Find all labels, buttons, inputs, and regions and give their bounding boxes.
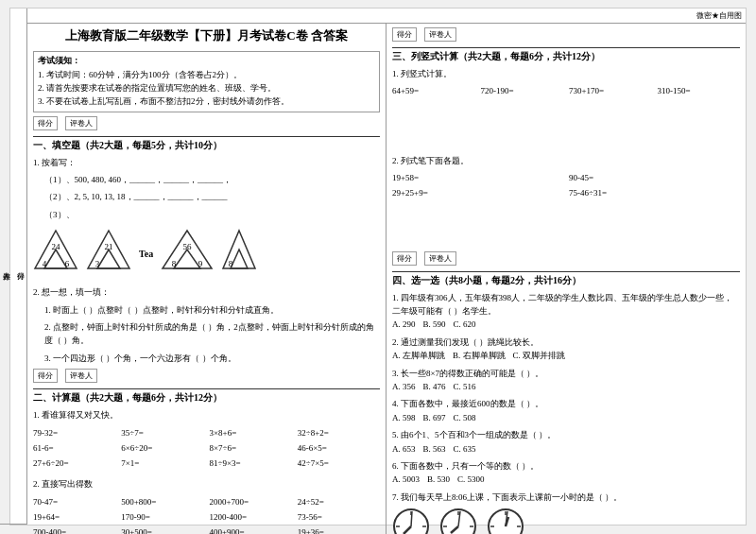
svg-text:4: 4 <box>43 259 47 268</box>
q2-opt-c: C. 双脚并排跳 <box>513 349 566 362</box>
score-label-2: 得分 <box>33 369 58 383</box>
vc-r1c2: 720-190= <box>481 84 564 98</box>
calc-r3c2: 7×1= <box>121 456 203 471</box>
choice-q5-options: A. 653 B. 563 C. 635 <box>392 442 740 456</box>
score-label-r1: 得分 <box>392 27 417 42</box>
svg-text:21: 21 <box>105 242 113 251</box>
score-label-1: 得分 <box>33 116 58 130</box>
calc-r1c4: 32÷8+2= <box>298 426 380 440</box>
opt-a: A. 290 <box>392 318 416 331</box>
banner-text: 微密★自用图 <box>696 11 742 20</box>
score-row-2: 得分 评卷人 <box>33 369 380 383</box>
svg-text:8: 8 <box>172 259 177 268</box>
score-row-1: 得分 评卷人 <box>33 116 380 130</box>
choice-q3-text: 3. 长一些8×7的得数正确的可能是（ ）。 <box>392 367 740 380</box>
clock-a-container: A <box>392 508 430 534</box>
choice-q6: 6. 下面各数中，只有一个等的数（ ）。 A. 5003 B. 530 C. 5… <box>392 459 740 487</box>
svg-marker-1 <box>44 250 67 268</box>
q3-opt-a: A. 356 <box>392 380 416 393</box>
clock-b-container: B <box>439 508 477 534</box>
work-space-1 <box>392 122 740 150</box>
q2-item3: 3. 一个四边形（ ）个角，一个六边形有（ ）个角。 <box>33 352 380 365</box>
choice-q7: 7. 我们每天早上8:06上课，下面表示上课前一小时的是（ ）。 <box>392 491 740 534</box>
vc-q2-label: 2. 列式笔下面各题。 <box>392 154 740 167</box>
q6-opt-c: C. 5300 <box>457 473 485 486</box>
svg-marker-15 <box>231 250 248 268</box>
fill-blank-header: 一、填空题（共2大题，每题5分，共计10分） <box>33 136 380 152</box>
calc-header: 二、计算题（共2大题，每题6分，共计12分） <box>33 388 380 405</box>
triangle-group-2: 21 3 <box>86 229 131 278</box>
vc-q2c: 29+25+9= <box>392 186 563 200</box>
svg-marker-6 <box>97 250 120 268</box>
top-banner: 微密★自用图 <box>27 9 746 24</box>
choice-q1-options: A. 290 B. 590 C. 620 <box>392 318 740 331</box>
svg-text:24: 24 <box>52 242 61 251</box>
vertical-calc-header: 三、列竖式计算（共2大题，每题6分，共计12分） <box>392 47 740 63</box>
calc-r2c1: 61-6= <box>33 441 115 456</box>
calc-r2c2: 6×6÷20= <box>121 441 203 456</box>
choice-q4-options: A. 598 B. 697 C. 508 <box>392 411 740 424</box>
vc-q2a: 19+58= <box>392 171 563 185</box>
q2-opt-a: A. 左脚单脚跳 <box>392 349 445 362</box>
choice-q6-options: A. 5003 B. 530 C. 5300 <box>392 473 740 486</box>
choice-q3-options: A. 356 B. 476 C. 516 <box>392 380 740 393</box>
page-container: 得分 评卷人 姓名： 班级： 学校： 学号（班级） 微密★自用图 上海教育版二年… <box>9 8 747 525</box>
notes-title: 考试须知： <box>38 55 375 68</box>
paper-title: 上海教育版二年级数学【下册】月考试卷C卷 含答案 <box>33 27 380 44</box>
q1-label: 1. 按着写： <box>33 156 380 169</box>
calc-q1-grid: 79-32= 35÷7= 3×8+6= 32÷8+2= 61-6= 6×6÷20… <box>33 426 380 472</box>
reviewer-label-r1: 评卷人 <box>424 27 456 42</box>
q2-label: 2. 想一想，填一填： <box>33 285 380 299</box>
opt-c: C. 620 <box>454 318 476 331</box>
calc-q1-label: 1. 看谁算得又对又快。 <box>33 408 380 422</box>
q3-opt-c: C. 516 <box>454 380 476 393</box>
choice-q1: 1. 四年级有306人，五年级有398人，二年级的学生人数比四、五年级的学生总人… <box>392 291 740 332</box>
opt-b: B. 590 <box>423 318 446 331</box>
triangle-group-3: 56 8 9 <box>161 229 214 278</box>
q2r3c3: 400+900= <box>210 525 292 534</box>
vc-q2b: 90-45= <box>569 171 740 185</box>
vc-q2-grid: 19+58= 90-45= 29+25+9= 75-46÷31= <box>392 171 740 201</box>
q2r2c1: 19+64= <box>33 510 115 525</box>
choice-q5: 5. 由6个1、5个百和3个一组成的数是（ ）。 A. 653 B. 563 C… <box>392 428 740 456</box>
q2r1c3: 2000+700= <box>210 495 292 509</box>
content-body: 上海教育版二年级数学【下册】月考试卷C卷 含答案 考试须知： 1. 考试时间：6… <box>27 24 746 534</box>
q2-item2: 2. 点整时，钟面上时针和分针所成的角是（ ）角，2点整时，钟面上时针和分针所成… <box>33 320 380 348</box>
clock-c-container: C <box>487 508 524 534</box>
clock-c <box>487 508 524 534</box>
q1-sub3: （3）、 <box>33 208 380 221</box>
reviewer-label-r2: 评卷人 <box>424 251 456 266</box>
triangle-row: 24 4 6 21 3 Tea <box>33 229 380 278</box>
svg-text:3: 3 <box>95 259 100 268</box>
q2r3c1: 700-400= <box>33 525 115 534</box>
choice-q6-text: 6. 下面各数中，只有一个等的数（ ）。 <box>392 459 740 473</box>
vc-r1c1: 64+59= <box>392 84 475 98</box>
calc-r3c4: 42÷7×5= <box>298 456 380 471</box>
q2-item1: 1. 时面上（ ）点整时（ ）点整时，时针和分针和分针成直角。 <box>33 303 380 317</box>
note-1: 1. 考试时间：60分钟，满分为100分（含答卷占2分）。 <box>38 68 375 81</box>
q2r2c2: 170-90= <box>121 510 203 525</box>
q4-opt-c: C. 508 <box>454 411 476 424</box>
q2r2c3: 1200-400= <box>210 510 292 525</box>
calc-r1c1: 79-32= <box>33 426 115 440</box>
svg-text:9: 9 <box>198 259 203 268</box>
svg-text:56: 56 <box>183 242 193 251</box>
triangle-group-1: 24 4 6 <box>33 229 78 278</box>
q5-opt-a: A. 653 <box>392 442 416 456</box>
q2r3c2: 30+500= <box>121 525 203 534</box>
calc-r3c1: 27+6÷20= <box>33 456 115 471</box>
score-row-right-2: 得分 评卷人 <box>392 251 740 266</box>
clock-b <box>439 508 477 534</box>
notes-box: 考试须知： 1. 考试时间：60分钟，满分为100分（含答卷占2分）。 2. 请… <box>33 51 380 112</box>
q2-opt-b: B. 右脚单脚跳 <box>453 349 506 362</box>
q3-opt-b: B. 476 <box>423 380 446 393</box>
calc-q2-grid: 70-47= 500+800= 2000+700= 24÷52= 19+64= … <box>33 495 380 534</box>
score-row-right-1: 得分 评卷人 <box>392 27 740 42</box>
svg-line-23 <box>411 511 412 526</box>
q2r2c4: 73-56= <box>298 510 380 525</box>
work-space-2 <box>392 224 740 248</box>
q5-opt-c: C. 635 <box>454 442 476 456</box>
triangle-group-4: 8 <box>221 229 257 278</box>
q2r3c4: 19+36= <box>298 525 380 534</box>
q4-opt-b: B. 697 <box>423 411 446 424</box>
